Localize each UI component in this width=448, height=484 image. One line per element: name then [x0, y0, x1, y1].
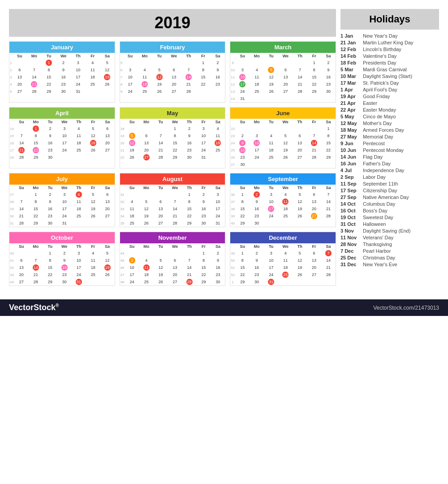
holiday-item: 12 FebLincoln's Birthday — [340, 47, 439, 52]
holiday-item: 14 FebValentine's Day — [340, 53, 439, 59]
month-july: July Su Mo Tu We Th Fr Sa 27 — [9, 173, 115, 227]
month-december: December Su Mo Tu We Th Fr Sa 49 1 — [230, 232, 336, 286]
holiday-item: 31 DecNew Year's Eve — [340, 262, 439, 267]
holiday-item: 11 NovVeterans' Day — [340, 235, 439, 240]
holidays-header: Holidays — [340, 9, 439, 30]
august-header: August — [120, 173, 225, 185]
holiday-item: 5 MarMardi Gras Carnival — [340, 67, 439, 72]
holiday-item: 1 AprApril Fool's Day — [340, 87, 439, 92]
holiday-item: 28 NovThanksgiving — [340, 242, 439, 247]
holiday-item: 2 SepLabor Day — [340, 174, 439, 180]
april-header: April — [9, 108, 115, 119]
july-header: July — [9, 173, 115, 185]
holiday-item: 25 DecChristmas Day — [340, 255, 439, 260]
holiday-item: 7 DecPearl Harbor — [340, 248, 439, 254]
holiday-item: 9 JunPentecost — [340, 141, 439, 146]
holiday-item: 19 OctSweetest Day — [340, 215, 439, 220]
holiday-item: 17 MarSt. Patrick's Day — [340, 80, 439, 86]
month-october: October Su Mo Tu We Th Fr Sa 40 — [9, 232, 115, 286]
calendar-section: 2019 January Su Mo Tu We Th Fr Sa — [9, 9, 336, 286]
month-february: February Su Mo Tu We Th Fr Sa 5 — [120, 41, 226, 103]
holidays-section: Holidays 1 JanNew Year's Day21 JanMartin… — [340, 9, 439, 286]
october-header: October — [9, 232, 115, 243]
holiday-item: 16 OctBoss's Day — [340, 208, 439, 213]
holiday-item: 14 JunFlag Day — [340, 154, 439, 160]
footer-url: VectorStock.com/21473013 — [373, 305, 439, 311]
holiday-item: 10 MarDaylight Saving (Start) — [340, 73, 439, 79]
january-header: January — [9, 42, 115, 53]
holiday-item: 16 JunFather's Day — [340, 161, 439, 166]
footer: VectorStock® VectorStock.com/21473013 — [0, 299, 448, 316]
month-january: January Su Mo Tu We Th Fr Sa 1 — [9, 41, 115, 103]
holiday-item: 10 JunPentecost Monday — [340, 147, 439, 153]
holiday-item: 1 JanNew Year's Day — [340, 33, 439, 39]
footer-logo: VectorStock® — [9, 303, 59, 312]
holidays-list: 1 JanNew Year's Day21 JanMartin Luther K… — [340, 33, 439, 267]
holiday-item: 27 MayMemorial Day — [340, 134, 439, 139]
holiday-item: 31 OctHalloween — [340, 221, 439, 227]
february-header: February — [120, 42, 225, 53]
holiday-item: 19 AprGood Friday — [340, 94, 439, 99]
month-april: April Su Mo Tu We Th Fr Sa 14 — [9, 107, 115, 169]
year-header: 2019 — [9, 9, 336, 37]
holiday-item: 17 SepCitizenship Day — [340, 188, 439, 193]
holiday-item: 4 JulIndependence Day — [340, 168, 439, 173]
month-august: August Su Mo Tu We Th Fr Sa 31 — [120, 173, 226, 227]
march-header: March — [230, 42, 336, 53]
holiday-item: 18 FebPresidents Day — [340, 60, 439, 65]
holiday-item: 12 MayMother's Day — [340, 121, 439, 126]
main-container: 2019 January Su Mo Tu We Th Fr Sa — [0, 0, 448, 295]
month-september: September Su Mo Tu We Th Fr Sa 36 1 — [230, 173, 336, 227]
month-november: November Su Mo Tu We Th Fr Sa 44 — [120, 232, 226, 286]
holiday-item: 3 NovDaylight Saving (End) — [340, 228, 439, 233]
holiday-item: 14 OctColumbus Day — [340, 201, 439, 207]
month-june: June Su Mo Tu We Th Fr Sa 22 — [230, 107, 336, 169]
holiday-item: 11 SepSeptember 11th — [340, 181, 439, 186]
month-march: March Su Mo Tu We Th Fr Sa 9 — [230, 41, 336, 103]
september-header: September — [230, 173, 336, 185]
months-grid: January Su Mo Tu We Th Fr Sa 1 — [9, 41, 336, 286]
holiday-item: 5 MayCinco de Mayo — [340, 114, 439, 119]
holiday-item: 18 MayArmed Forces Day — [340, 127, 439, 133]
holiday-item: 21 AprEaster — [340, 100, 439, 106]
november-header: November — [120, 232, 225, 243]
holiday-item: 21 JanMartin Luther King Day — [340, 40, 439, 45]
holiday-item: 27 SepNative American Day — [340, 194, 439, 200]
may-header: May — [120, 108, 225, 119]
june-header: June — [230, 108, 336, 119]
december-header: December — [230, 232, 336, 243]
month-may: May Su Mo Tu We Th Fr Sa 18 — [120, 107, 226, 169]
holiday-item: 22 AprEaster Monday — [340, 107, 439, 112]
